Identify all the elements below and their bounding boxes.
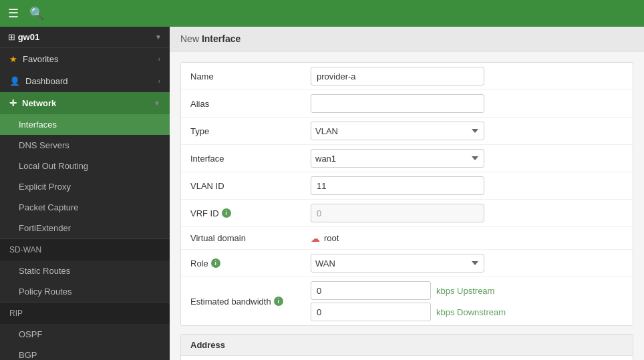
sidebar-item-network[interactable]: ✛ Network ▼ xyxy=(0,92,170,114)
estimated-bandwidth-row: Estimated bandwidth i kbps Upstream kbps… xyxy=(181,277,633,325)
star-icon: ★ xyxy=(9,54,17,64)
sidebar-item-label: DNS Servers xyxy=(19,140,69,150)
sidebar-item-label: RIP xyxy=(9,309,23,318)
device-chevron-icon: ▼ xyxy=(155,33,162,41)
upstream-row: kbps Upstream xyxy=(311,281,494,300)
interface-label: Interface xyxy=(190,154,311,164)
bandwidth-info-icon[interactable]: i xyxy=(274,297,283,306)
name-row: Name xyxy=(181,63,633,90)
sidebar-item-explicit-proxy[interactable]: Explicit Proxy xyxy=(0,176,170,197)
name-input[interactable] xyxy=(311,67,484,85)
role-select[interactable]: WAN xyxy=(311,254,484,273)
sidebar: ⊞ gw01 ▼ ★ Favorites › 👤 Dashboard › ✛ xyxy=(0,27,170,360)
sidebar-item-label: Packet Capture xyxy=(19,202,79,212)
sidebar-item-rip[interactable]: RIP xyxy=(0,302,170,324)
addressing-mode-row: Addressing mode Manual DHCP Auto-managed… xyxy=(181,356,633,360)
sidebar-item-dashboard[interactable]: 👤 Dashboard › xyxy=(0,70,170,92)
content-body: Name Alias Type xyxy=(170,51,644,360)
sidebar-item-interfaces[interactable]: Interfaces xyxy=(0,114,170,135)
address-form-section: Address Addressing mode Manual DHCP Auto… xyxy=(180,334,633,360)
sidebar-item-dns-servers[interactable]: DNS Servers xyxy=(0,135,170,156)
sidebar-item-label: Policy Routes xyxy=(19,287,71,297)
name-label: Name xyxy=(190,71,311,81)
vrf-id-label: VRF ID i xyxy=(190,208,311,218)
sidebar-item-static-routes[interactable]: Static Routes xyxy=(0,260,170,281)
estimated-bandwidth-label: Estimated bandwidth i xyxy=(190,297,311,307)
sidebar-item-label: OSPF xyxy=(19,329,42,339)
vrf-id-info-icon[interactable]: i xyxy=(222,208,231,218)
sidebar-item-label: Local Out Routing xyxy=(19,161,88,171)
alias-row: Alias xyxy=(181,90,633,118)
header-title-label: Interface xyxy=(202,33,240,44)
header-new-label: New xyxy=(180,33,199,44)
vlan-id-label: VLAN ID xyxy=(190,181,311,191)
role-row: Role i WAN xyxy=(181,250,633,277)
address-section-title: Address xyxy=(181,335,633,356)
vrf-id-row: VRF ID i xyxy=(181,200,633,227)
virtual-domain-text: root xyxy=(324,233,339,243)
main-form-section: Name Alias Type xyxy=(180,62,633,326)
arrow-icon: ▼ xyxy=(154,100,160,107)
sidebar-item-sd-wan[interactable]: SD-WAN xyxy=(0,238,170,260)
sidebar-item-bgp[interactable]: BGP xyxy=(0,345,170,360)
downstream-unit-label: kbps Downstream xyxy=(436,307,506,317)
alias-input[interactable] xyxy=(311,94,484,113)
vrf-id-input[interactable] xyxy=(311,204,484,222)
virtual-domain-row: Virtual domain ☁ root xyxy=(181,227,633,250)
upstream-input[interactable] xyxy=(311,281,431,300)
sidebar-item-policy-routes[interactable]: Policy Routes xyxy=(0,281,170,302)
sidebar-item-fortiextender[interactable]: FortiExtender xyxy=(0,218,170,238)
sidebar-item-label: Favorites xyxy=(23,54,58,64)
role-info-icon[interactable]: i xyxy=(211,258,220,268)
arrow-icon: › xyxy=(158,77,160,85)
vlan-id-input[interactable] xyxy=(311,176,484,195)
vlan-id-row: VLAN ID xyxy=(181,172,633,200)
top-bar: ☰ 🔍 xyxy=(0,0,644,27)
role-label: Role i xyxy=(190,258,311,268)
content-area: New Interface Name Alias xyxy=(170,27,644,360)
content-header: New Interface xyxy=(170,27,644,51)
sidebar-item-local-out-routing[interactable]: Local Out Routing xyxy=(0,156,170,176)
type-row: Type VLAN xyxy=(181,118,633,145)
network-icon: ✛ xyxy=(9,98,17,108)
device-icon: ⊞ xyxy=(8,32,15,42)
search-icon[interactable]: 🔍 xyxy=(29,6,44,21)
arrow-icon: › xyxy=(158,55,160,63)
sidebar-item-label: BGP xyxy=(19,350,37,360)
sidebar-item-favorites[interactable]: ★ Favorites › xyxy=(0,48,170,70)
device-header[interactable]: ⊞ gw01 ▼ xyxy=(0,27,170,48)
sidebar-item-label: Network xyxy=(22,98,56,108)
interface-row: Interface wan1 xyxy=(181,145,633,172)
downstream-input[interactable] xyxy=(311,303,431,321)
sidebar-item-ospf[interactable]: OSPF xyxy=(0,324,170,345)
menu-icon[interactable]: ☰ xyxy=(8,6,19,21)
main-layout: ⊞ gw01 ▼ ★ Favorites › 👤 Dashboard › ✛ xyxy=(0,27,644,360)
sidebar-item-label: Dashboard xyxy=(25,76,68,86)
upstream-unit-label: kbps Upstream xyxy=(436,286,494,296)
sidebar-item-label: FortiExtender xyxy=(19,223,71,233)
virtual-domain-label: Virtual domain xyxy=(190,233,311,243)
virtual-domain-value[interactable]: ☁ root xyxy=(311,233,339,244)
cloud-icon: ☁ xyxy=(311,233,320,244)
sidebar-item-packet-capture[interactable]: Packet Capture xyxy=(0,197,170,218)
sidebar-item-label: Interfaces xyxy=(19,120,57,130)
interface-select[interactable]: wan1 xyxy=(311,149,484,168)
type-label: Type xyxy=(190,126,311,136)
type-select[interactable]: VLAN xyxy=(311,122,484,140)
sidebar-item-label: Explicit Proxy xyxy=(19,182,71,192)
downstream-row: kbps Downstream xyxy=(311,303,506,321)
sidebar-item-label: SD-WAN xyxy=(9,245,41,254)
device-name: gw01 xyxy=(18,32,40,42)
sidebar-item-label: Static Routes xyxy=(19,266,70,276)
alias-label: Alias xyxy=(190,99,311,109)
dashboard-icon: 👤 xyxy=(9,76,20,86)
